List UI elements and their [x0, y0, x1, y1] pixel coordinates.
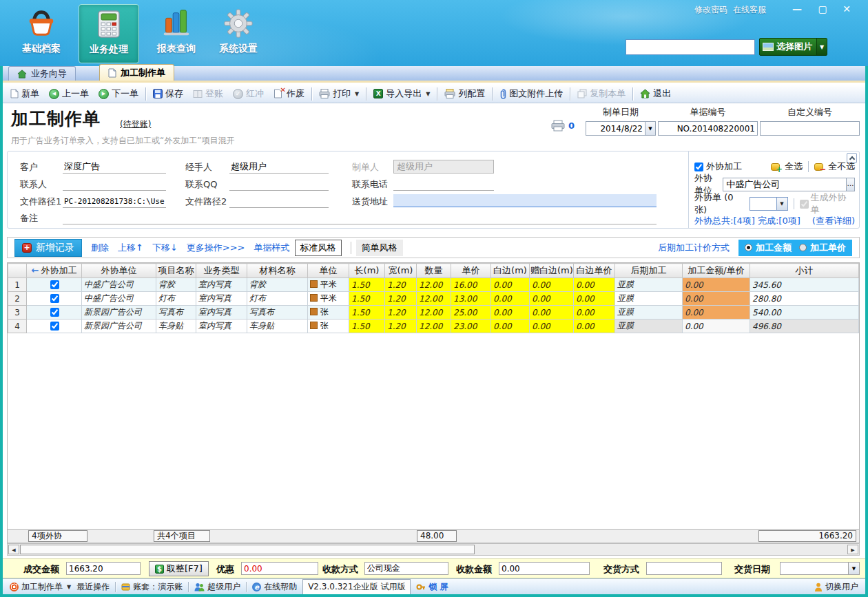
col-business-type[interactable]: 业务类型 [196, 264, 247, 278]
post-account-button: 登账 [188, 86, 228, 101]
next-order-button[interactable]: ▶下一单 [94, 86, 143, 101]
delivery-method-input[interactable] [646, 562, 722, 575]
recent-actions-button[interactable]: 最近操作 [76, 581, 110, 593]
column-config-button[interactable]: 列配置 [440, 86, 490, 101]
void-button[interactable]: ✕作废 [269, 86, 309, 101]
online-help-button[interactable]: e在线帮助 [252, 581, 297, 593]
radio-processing-unit-price[interactable] [799, 244, 807, 251]
lock-screen-button[interactable]: 锁 屏 [416, 581, 448, 593]
row-outsource-checkbox[interactable] [50, 294, 59, 303]
maximize-button[interactable]: ▢ [815, 3, 830, 15]
col-project-name[interactable]: 项目名称 [156, 264, 196, 278]
col-unit-price[interactable]: 单价 [451, 264, 491, 278]
col-margin-price[interactable]: 白边单价 [574, 264, 615, 278]
new-order-button[interactable]: 新单 [6, 86, 44, 101]
received-amount-input[interactable] [499, 562, 590, 575]
scrollbar-thumb[interactable] [20, 545, 475, 554]
document-icon [108, 68, 116, 78]
import-export-button[interactable]: X导入导出▼ [369, 86, 435, 101]
select-none-link[interactable]: 全不选 [814, 160, 855, 173]
pending-post-status[interactable]: (待登账) [120, 118, 151, 130]
simple-style-button[interactable]: 简单风格 [356, 240, 403, 256]
scroll-right-button[interactable]: ▶ [847, 545, 858, 554]
outsource-sheet-select[interactable]: ▼ [750, 197, 788, 211]
tab-business-wizard[interactable]: 业务向导 [8, 66, 76, 81]
note-input[interactable] [63, 211, 657, 224]
row-outsource-checkbox[interactable] [50, 308, 59, 317]
col-post-processing[interactable]: 后期加工 [615, 264, 683, 278]
horizontal-scrollbar[interactable]: ◀ ▶ [7, 543, 860, 556]
add-record-button[interactable]: +新增记录 [14, 239, 82, 257]
contact-input[interactable] [63, 178, 166, 191]
radio-processing-amount[interactable] [745, 244, 752, 251]
outsource-checkbox[interactable] [694, 163, 703, 171]
current-user-button[interactable]: 超级用户 [194, 581, 240, 593]
more-actions-link[interactable]: 更多操作>>> [187, 242, 245, 254]
date-dropdown-arrow[interactable]: ▼ [645, 122, 655, 135]
col-width[interactable]: 宽(m) [385, 264, 417, 278]
select-all-link[interactable]: 全选 [771, 160, 803, 173]
delivery-address-input[interactable] [393, 194, 657, 207]
view-detail-link[interactable]: (查看详细) [812, 215, 855, 227]
nav-basic-archives[interactable]: 基础档案 [11, 4, 72, 63]
nav-system-settings[interactable]: 系统设置 [208, 4, 269, 63]
exit-button[interactable]: 退出 [635, 86, 676, 101]
copy-order-button: 复制本单 [572, 86, 630, 101]
save-button[interactable]: 保存 [148, 86, 188, 101]
close-button[interactable]: ✕ [839, 3, 854, 15]
image-path-input[interactable] [626, 39, 755, 55]
online-service-link[interactable]: 在线客服 [733, 4, 766, 16]
toolbar-separator [492, 87, 493, 101]
standard-style-button[interactable]: 标准风格 [295, 240, 342, 256]
move-down-link[interactable]: 下移↓ [152, 242, 178, 254]
pick-image-dropdown[interactable]: ▼ [816, 39, 827, 55]
col-material-name[interactable]: 材料名称 [247, 264, 308, 278]
deal-amount-input[interactable] [66, 562, 141, 575]
select-all-icon [771, 163, 780, 171]
print-dropdown-arrow[interactable]: ▼ [355, 91, 359, 97]
col-subtotal[interactable]: 小计 [750, 264, 859, 278]
quantity-total: 48.00 [417, 530, 457, 542]
nav-report-query[interactable]: 报表查询 [146, 4, 207, 63]
attachment-upload-button[interactable]: 图文附件上传 [495, 86, 568, 101]
col-gift-margin[interactable]: 赠白边(m) [530, 264, 574, 278]
pick-image-button[interactable]: 选择图片 ▼ [759, 38, 827, 56]
move-up-link[interactable]: 上移↑ [118, 242, 143, 254]
doc-type-menu[interactable]: 加工制作单▼ [10, 581, 71, 593]
discount-input[interactable] [241, 562, 318, 575]
delivery-date-select[interactable]: ▼ [780, 562, 860, 575]
scroll-left-button[interactable]: ◀ [8, 545, 19, 554]
outsource-unit-input[interactable] [723, 178, 847, 191]
file-path1-input[interactable] [63, 195, 166, 208]
nav-business-processing[interactable]: 业务处理 [79, 4, 139, 63]
col-unit[interactable]: 单位 [308, 264, 349, 278]
account-set-button[interactable]: 账套：演示账 [121, 581, 183, 593]
row-outsource-checkbox[interactable] [50, 322, 59, 331]
round-button[interactable]: $取整[F7] [149, 561, 209, 576]
delete-row-link[interactable]: 删除 [91, 242, 109, 254]
print-button[interactable]: 打印▼ [314, 86, 364, 101]
row-outsource-checkbox[interactable] [50, 280, 59, 289]
col-outsource[interactable]: ←外协加工 [27, 264, 82, 278]
make-date-value[interactable]: 2014/8/22 [586, 124, 645, 134]
prev-order-button[interactable]: ◀上一单 [44, 86, 94, 101]
col-length[interactable]: 长(m) [349, 264, 385, 278]
col-outsource-unit[interactable]: 外协单位 [82, 264, 156, 278]
file-path2-input[interactable] [229, 195, 329, 208]
change-password-link[interactable]: 修改密码 [694, 4, 727, 16]
phone-input[interactable] [393, 178, 494, 191]
pay-method-input[interactable] [364, 562, 448, 575]
gear-icon [208, 4, 269, 43]
switch-user-button[interactable]: 切换用户 [814, 581, 858, 593]
qq-input[interactable] [229, 178, 329, 191]
tab-processing-order[interactable]: 加工制作单 [99, 64, 174, 81]
outsource-unit-picker-button[interactable]: … [847, 178, 855, 191]
home-exit-icon [640, 89, 650, 98]
import-export-dropdown-arrow[interactable]: ▼ [426, 91, 430, 97]
col-margin[interactable]: 白边(m) [491, 264, 530, 278]
minimize-button[interactable]: — [789, 3, 805, 15]
col-quantity[interactable]: 数量 [417, 264, 451, 278]
agent-input[interactable] [229, 160, 329, 174]
col-processing-fee[interactable]: 加工金额/单价 [683, 264, 750, 278]
customer-input[interactable] [63, 160, 166, 174]
